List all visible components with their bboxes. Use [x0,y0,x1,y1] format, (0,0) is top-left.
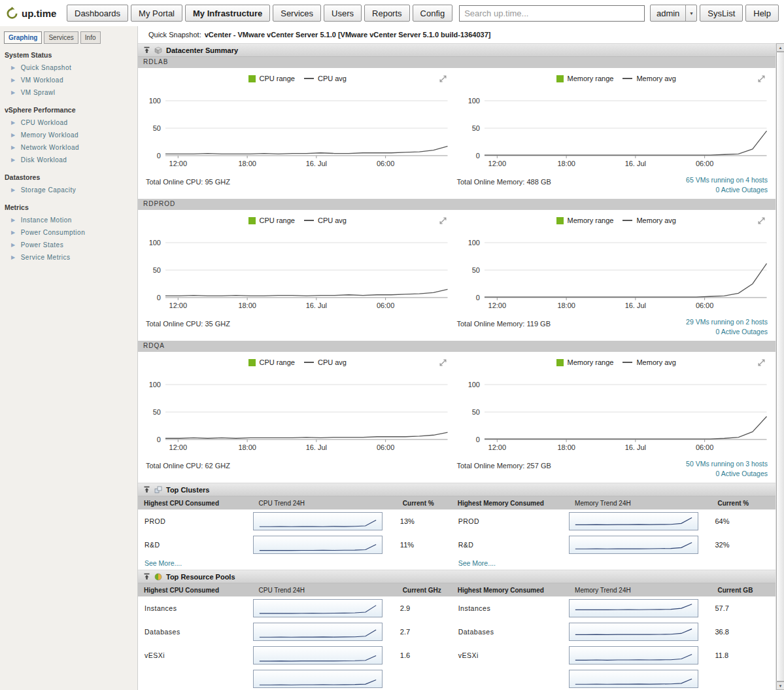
cluster-cpu-name: PROD [138,517,253,525]
memory-chart-panel: Memory range Memory avg 10050012:0018:00… [457,356,776,455]
sidebar-item-network-workload[interactable]: ▶Network Workload [3,141,135,154]
expand-chart-icon[interactable] [439,216,447,225]
memory-trend-thumbnail[interactable] [569,670,698,688]
expand-chart-icon[interactable] [439,358,447,367]
vms-running-link[interactable]: 65 VMs running on 4 hosts [686,176,768,184]
scroll-down-icon[interactable]: ▼ [776,681,784,690]
arrow-right-icon: ▶ [11,218,16,223]
svg-text:06:00: 06:00 [695,443,713,451]
sidebar-item-vm-workload[interactable]: ▶VM Workload [3,74,135,86]
user-menu-button[interactable]: admin ▼ [650,5,697,22]
nav-services[interactable]: Services [273,5,321,22]
sidebar-item-service-metrics[interactable]: ▶Service Metrics [3,251,135,264]
pools-row-instances: Instances 2.9 Instances 57.7 [138,596,775,620]
expand-chart-icon[interactable] [757,75,766,83]
sidebar-item-vm-sprawl[interactable]: ▶VM Sprawl [3,86,135,99]
cpu-trend-thumbnail[interactable] [253,599,383,617]
sidebar-item-cpu-workload[interactable]: ▶CPU Workload [3,116,135,129]
vertical-scrollbar[interactable]: ▲ ▼ [775,43,784,690]
memory-trend-thumbnail[interactable] [569,536,698,554]
sidebar-item-quick-snapshot[interactable]: ▶Quick Snapshot [3,61,135,74]
col-cpu-trend: CPU Trend 24H [253,500,397,507]
memory-trend-thumbnail[interactable] [569,646,698,664]
vms-running-link[interactable]: 50 VMs running on 3 hosts [686,460,768,468]
cpu-trend-thumbnail[interactable] [253,512,383,530]
svg-text:100: 100 [468,239,479,247]
sidebar-item-power-states[interactable]: ▶Power States [3,239,135,251]
collapse-icon[interactable] [143,486,150,493]
clusters-icon [154,486,162,494]
active-outages-link[interactable]: 0 Active Outages [716,328,768,336]
nav-reports[interactable]: Reports [364,5,410,22]
pool-cpu-value: 1.6 [397,651,452,659]
col-highest-cpu: Highest CPU Consumed [138,500,253,507]
main-content: Datacenter Summary RDLAB CPU range CPU a… [138,43,775,690]
sidebar-item-disk-workload[interactable]: ▶Disk Workload [3,154,135,166]
svg-text:100: 100 [149,97,161,105]
arrow-right-icon: ▶ [11,120,16,126]
active-outages-link[interactable]: 0 Active Outages [716,186,768,194]
svg-text:18:00: 18:00 [557,443,575,451]
syslist-button[interactable]: SysList [700,5,743,22]
search-input[interactable] [459,5,645,22]
sidebar-item-power-consumption[interactable]: ▶Power Consumption [3,226,135,239]
chevron-down-icon[interactable]: ▼ [685,5,696,21]
sidebar: Graphing Services Info System Status ▶Qu… [0,26,138,690]
tab-graphing[interactable]: Graphing [4,31,42,44]
clusters-see-more-row: See More.... See More.... [138,557,775,570]
collapse-icon[interactable] [143,573,150,580]
user-name[interactable]: admin [651,5,685,21]
memory-avg-label: Memory avg [636,358,676,366]
memory-avg-label: Memory avg [636,216,676,224]
expand-chart-icon[interactable] [757,216,766,225]
cpu-trend-thumbnail[interactable] [253,536,383,554]
page-body: Graphing Services Info System Status ▶Qu… [0,26,784,690]
scrollbar-thumb[interactable] [776,52,784,681]
cpu-avg-label: CPU avg [318,358,347,366]
cluster-cpu-value: 11% [397,541,452,549]
memory-chart-legend: Memory range Memory avg [457,72,776,85]
expand-chart-icon[interactable] [439,75,447,83]
total-online-memory: Total Online Memory: 488 GB [457,178,551,186]
nav-my-portal[interactable]: My Portal [131,5,182,22]
cpu-trend-thumbnail[interactable] [253,670,383,688]
main-area: Quick Snapshot: vCenter - VMware vCenter… [138,26,784,690]
cpu-trend-thumbnail[interactable] [253,646,383,664]
svg-text:18:00: 18:00 [557,302,575,309]
datacenter-name: RDQA [138,341,775,352]
see-more-cpu-link[interactable]: See More.... [138,559,253,567]
sidebar-tabs: Graphing Services Info [4,31,133,44]
tab-info[interactable]: Info [80,31,101,44]
sidebar-item-memory-workload[interactable]: ▶Memory Workload [3,129,135,141]
col-current-gb: Current GB [711,587,775,594]
arrow-right-icon: ▶ [11,230,16,235]
nav-config[interactable]: Config [413,5,453,22]
resource-pools-icon [154,573,162,581]
expand-chart-icon[interactable] [757,358,766,367]
active-outages-link[interactable]: 0 Active Outages [716,470,768,477]
nav-dashboards[interactable]: Dashboards [67,5,128,22]
cpu-chart-panel: CPU range CPU avg 10050012:0018:0016. Ju… [138,356,457,455]
tab-services[interactable]: Services [44,31,78,44]
collapse-icon[interactable] [143,46,150,54]
see-more-memory-link[interactable]: See More.... [452,559,569,567]
nav-my-infrastructure[interactable]: My Infrastructure [185,5,270,22]
memory-trend-thumbnail[interactable] [569,623,698,641]
sidebar-item-instance-motion[interactable]: ▶Instance Motion [3,214,135,226]
vms-running-link[interactable]: 29 VMs running on 2 hosts [686,318,768,326]
col-highest-mem: Highest Memory Consumed [452,500,569,507]
memory-avg-label: Memory avg [636,75,676,82]
datacenter-totals: Total Online CPU: 95 GHZ Total Online Me… [138,171,775,199]
cpu-range-swatch [248,359,256,366]
nav-users[interactable]: Users [324,5,362,22]
uptime-logo-icon [5,7,19,20]
cpu-trend-thumbnail[interactable] [253,623,383,641]
memory-chart: 10050012:0018:0016. Jul06:00 [457,369,776,455]
svg-text:0: 0 [475,294,479,302]
sidebar-item-label: Disk Workload [21,156,67,164]
memory-trend-thumbnail[interactable] [569,512,698,530]
scroll-up-icon[interactable]: ▲ [776,43,784,52]
help-button[interactable]: Help [745,5,779,22]
sidebar-item-storage-capacity[interactable]: ▶Storage Capacity [3,184,135,196]
memory-trend-thumbnail[interactable] [569,599,698,617]
